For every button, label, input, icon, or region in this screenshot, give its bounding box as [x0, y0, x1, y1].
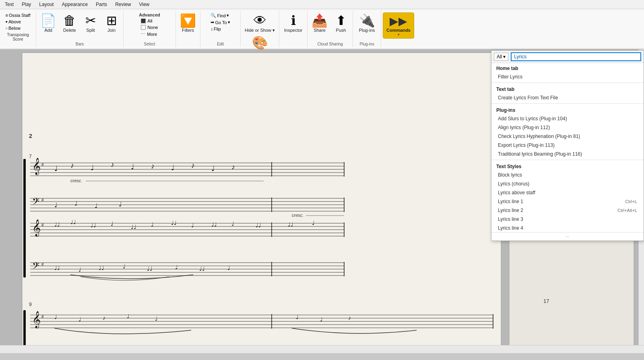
cmd-filter-lyrics[interactable]: Filter Lyrics [491, 72, 644, 81]
search-input[interactable] [511, 52, 641, 61]
svg-text:♩♩: ♩♩ [288, 221, 293, 228]
cmd-create-lyrics-label: Create Lyrics From Text File [498, 95, 558, 101]
hide-show-btn[interactable]: 👁 Hide or Show ▾ [242, 12, 277, 35]
select-none-row[interactable]: None [140, 25, 159, 30]
join-btn[interactable]: ⊞ Join [101, 12, 122, 34]
find-btn[interactable]: 🔍 Find ▾ [209, 12, 230, 19]
ossia-staff-btn[interactable]: ≡ Ossia Staff [4, 12, 32, 18]
push-btn[interactable]: ⬆ Push [331, 12, 351, 34]
filter-all-dropdown[interactable]: All ▾ [494, 53, 508, 61]
svg-text:♩: ♩ [155, 315, 158, 322]
menu-appearance[interactable]: Appearance [60, 1, 89, 8]
select-none-checkbox [141, 25, 146, 30]
svg-text:♩: ♩ [175, 264, 178, 270]
cmd-check-label: Check Lyrics Hyphenation (Plug-in 81) [498, 134, 580, 139]
cmd-lyrics-above-staff[interactable]: Lyrics above staff [491, 188, 644, 197]
divider-2 [491, 103, 644, 104]
select-section: Advanced All None ⋯ More Select [124, 11, 176, 47]
cmd-align-label: Align lyrics (Plug-in 112) [498, 125, 550, 130]
add-btn[interactable]: 📄 Add [38, 12, 59, 34]
cmd-traditional-lyrics[interactable]: Traditional lyrics Beaming (Plug-in 116) [491, 150, 644, 158]
svg-text:♪: ♪ [70, 161, 74, 169]
select-inner: All None ⋯ More [140, 18, 159, 41]
menu-review[interactable]: Review [114, 1, 132, 8]
edit-inner: 🔍 Find ▾ ➡ Go To ▾ ↕ Flip [209, 12, 231, 41]
filters-btn[interactable]: 🔽 Filters [178, 12, 198, 34]
cmd-check-lyrics[interactable]: Check Lyrics Hyphenation (Plug-in 81) [491, 132, 644, 141]
cmd-create-lyrics[interactable]: Create Lyrics From Text File [491, 93, 644, 102]
cmd-block-label: Block lyrics [498, 172, 522, 178]
svg-text:♩: ♩ [78, 266, 81, 273]
filters-section: 🔽 Filters [176, 11, 200, 47]
svg-text:♪: ♪ [348, 315, 351, 321]
select-all-label: All [147, 19, 152, 23]
join-icon: ⊞ [106, 14, 117, 27]
split-btn[interactable]: ✂ Split [80, 12, 101, 34]
split-icon: ✂ [85, 14, 96, 27]
share-btn[interactable]: 📤 Share [309, 12, 330, 34]
svg-text:♩♩: ♩♩ [131, 224, 136, 230]
svg-text:♩♩: ♩♩ [171, 220, 177, 226]
select-all-checkbox [141, 19, 146, 23]
find-icon: 🔍 [211, 13, 216, 18]
cmd-lyrics-chorus[interactable]: Lyrics (chorus) [491, 179, 644, 188]
svg-text:♪: ♪ [111, 160, 114, 169]
svg-text:♩: ♩ [54, 202, 58, 208]
cloud-section-label: Cloud Sharing [308, 42, 353, 46]
svg-text:♩♩: ♩♩ [99, 265, 104, 271]
cmd-line1-label: Lyrics line 1 [498, 199, 523, 204]
cmd-export-lyrics[interactable]: Export Lyrics (Plug-in 113) [491, 141, 644, 150]
svg-text:♩♩: ♩♩ [91, 222, 96, 228]
select-all-row[interactable]: All [140, 18, 153, 24]
section-plugins: Plug-ins [491, 105, 644, 114]
push-icon: ⬆ [336, 14, 347, 27]
add-icon: 📄 [40, 14, 56, 27]
menu-parts[interactable]: Parts [94, 1, 109, 8]
select-more-label: More [147, 32, 157, 37]
cmd-slurs-to-lyrics[interactable]: Add Slurs to Lyrics (Plug-in 104) [491, 114, 644, 123]
find-label: Find [217, 13, 225, 18]
select-more-row[interactable]: ⋯ More [140, 31, 158, 37]
cmd-line2-label: Lyrics line 2 [498, 208, 523, 213]
svg-text:17: 17 [543, 298, 549, 304]
svg-text:♩: ♩ [119, 201, 122, 208]
menu-layout[interactable]: Layout [37, 1, 55, 8]
cmd-lyrics-line-1[interactable]: Lyrics line 1 Ctrl+L [491, 197, 644, 206]
cmd-line3-label: Lyrics line 3 [498, 216, 523, 222]
cmd-chorus-label: Lyrics (chorus) [498, 181, 529, 187]
menu-text[interactable]: Text [3, 1, 15, 8]
cmd-traditional-label: Traditional lyrics Beaming (Plug-in 116) [498, 151, 582, 157]
below-btn[interactable]: ○ Below [4, 25, 22, 31]
section-text-styles: Text Styles [491, 161, 644, 171]
hide-show-icon: 👁 [254, 14, 266, 27]
cmd-align-lyrics[interactable]: Align lyrics (Plug-in 112) [491, 123, 644, 132]
goto-label: Go To [215, 20, 227, 25]
divider-3 [491, 160, 644, 160]
cmd-lyrics-line-4[interactable]: Lyrics line 4 [491, 224, 644, 232]
cmd-line1-shortcut: Ctrl+L [625, 199, 637, 204]
goto-icon: ➡ [211, 20, 214, 25]
cmd-filter-lyrics-label: Filter Lyrics [498, 74, 522, 80]
bars-section-label: Bars [36, 42, 123, 46]
flip-btn[interactable]: ↕ Flip [209, 26, 222, 32]
transposing-label: TransposingScore [7, 31, 29, 41]
section-text-tab: Text tab [491, 84, 644, 93]
commands-section: ▶▶ Commands ▾ [381, 11, 416, 47]
cmd-above-staff-label: Lyrics above staff [498, 190, 535, 195]
cmd-block-lyrics[interactable]: Block lyrics [491, 171, 644, 179]
menu-play[interactable]: Play [20, 1, 33, 8]
plugins-btn[interactable]: 🔌 Plug-ins [357, 12, 378, 34]
delete-btn[interactable]: 🗑 Delete [60, 12, 80, 34]
commands-sublabel: ▾ [398, 33, 400, 37]
menu-view[interactable]: View [137, 1, 151, 8]
join-label: Join [107, 28, 116, 33]
cmd-lyrics-line-2[interactable]: Lyrics line 2 Ctrl+Alt+L [491, 206, 644, 215]
menu-bar: Text Play Layout Appearance Parts Review… [0, 0, 644, 9]
inspector-btn[interactable]: ℹ Inspector [282, 12, 305, 34]
commands-btn[interactable]: ▶▶ Commands ▾ [383, 12, 414, 39]
above-btn[interactable]: ● Above [4, 19, 23, 25]
edit-section: 🔍 Find ▾ ➡ Go To ▾ ↕ Flip Edit [200, 11, 241, 47]
svg-text:♩: ♩ [74, 200, 78, 207]
goto-btn[interactable]: ➡ Go To ▾ [209, 19, 231, 25]
cmd-lyrics-line-3[interactable]: Lyrics line 3 [491, 215, 644, 224]
